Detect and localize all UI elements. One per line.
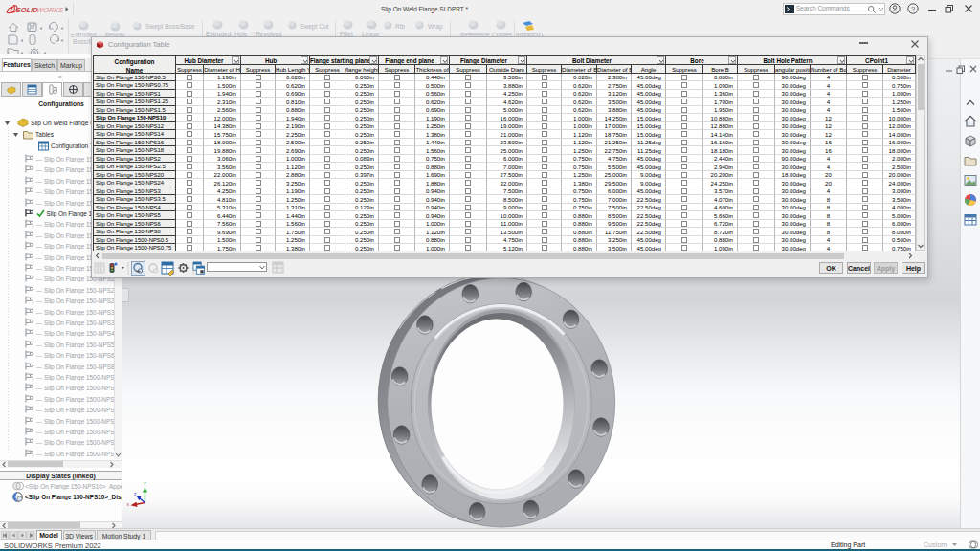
svg-text:Y: Y [144, 481, 147, 487]
svg-text:WORKS: WORKS [36, 6, 64, 14]
svg-text:x: x [127, 501, 130, 507]
svg-text:z: z [134, 491, 137, 496]
svg-text:?: ? [911, 5, 915, 13]
